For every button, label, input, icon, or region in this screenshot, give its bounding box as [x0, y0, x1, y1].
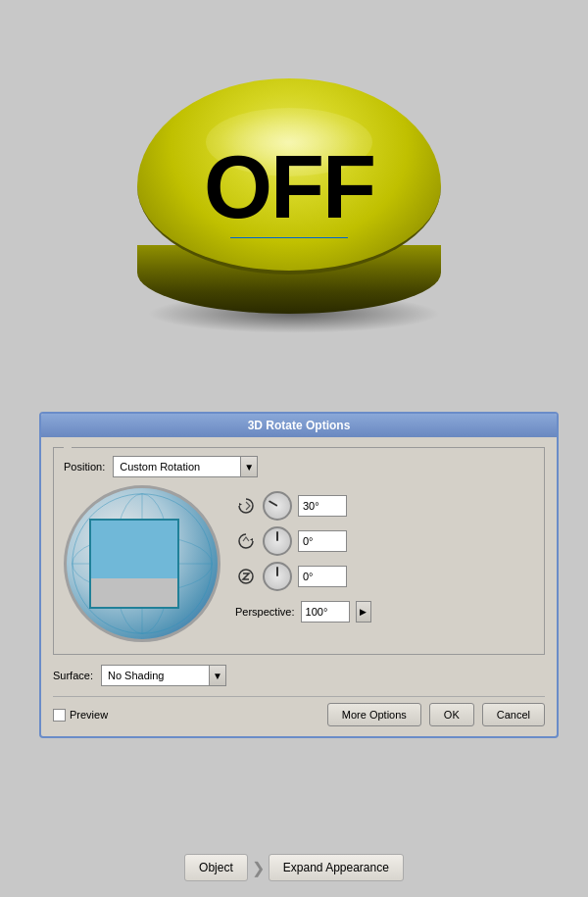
dialog-titlebar: 3D Rotate Options — [41, 414, 557, 437]
controls-area: Perspective: ▶ — [235, 485, 534, 623]
perspective-label: Perspective: — [235, 606, 295, 618]
angle-input-3[interactable] — [298, 566, 347, 587]
more-options-button[interactable]: More Options — [327, 703, 421, 726]
dial-hand-2 — [276, 531, 278, 541]
perspective-arrow[interactable]: ▶ — [356, 601, 371, 623]
position-select[interactable]: Custom Rotation ▼ — [113, 456, 258, 477]
perspective-input[interactable] — [301, 601, 350, 623]
angle-row-3 — [235, 562, 534, 591]
checkbox-area: Preview — [53, 709, 319, 722]
angle-dial-3[interactable] — [263, 562, 292, 591]
surface-select-box[interactable]: No Shading — [101, 665, 209, 686]
dial-hand-3 — [276, 567, 278, 576]
object-button[interactable]: Object — [184, 854, 248, 881]
preview-checkbox-label: Preview — [70, 709, 108, 721]
surface-select[interactable]: No Shading ▼ — [101, 665, 226, 686]
preview-checkbox[interactable] — [53, 709, 66, 722]
button-underline — [230, 237, 348, 238]
dialog-title: 3D Rotate Options — [248, 419, 351, 432]
position-row: Position: Custom Rotation ▼ — [64, 456, 534, 477]
expand-appearance-button[interactable]: Expand Appearance — [269, 854, 404, 881]
perspective-row: Perspective: ▶ — [235, 601, 534, 623]
angle-row-1 — [235, 491, 534, 521]
position-group: Position: Custom Rotation ▼ — [53, 447, 545, 655]
button-label: OFF — [127, 137, 451, 238]
dialog: 3D Rotate Options Position: Custom Rotat… — [39, 412, 559, 738]
dialog-body: Position: Custom Rotation ▼ — [41, 437, 557, 736]
bottom-row: Preview More Options OK Cancel — [53, 703, 545, 726]
angle-row-2 — [235, 526, 534, 556]
position-label: Position: — [64, 461, 105, 473]
sphere-preview — [64, 485, 220, 642]
svg-marker-6 — [250, 538, 253, 541]
breadcrumb: Object ❯ Expand Appearance — [0, 854, 588, 881]
divider — [53, 696, 545, 697]
button-3d: OFF — [127, 59, 461, 343]
ok-button[interactable]: OK — [429, 703, 474, 726]
svg-marker-5 — [239, 503, 242, 506]
rotate-y-icon — [235, 530, 257, 552]
preview-area: OFF — [0, 0, 588, 402]
surface-select-arrow[interactable]: ▼ — [209, 665, 226, 686]
angle-dial-1[interactable] — [263, 491, 292, 521]
angle-input-2[interactable] — [298, 530, 347, 552]
rotate-x-icon — [235, 495, 257, 517]
angle-dial-2[interactable] — [263, 526, 292, 556]
surface-row: Surface: No Shading ▼ — [53, 665, 545, 686]
dial-hand-1 — [269, 500, 278, 507]
sphere-inner-box-bottom — [89, 578, 179, 609]
preview-content: Perspective: ▶ — [64, 485, 534, 642]
angle-input-1[interactable] — [298, 495, 347, 517]
surface-label: Surface: — [53, 670, 93, 681]
breadcrumb-arrow-icon: ❯ — [252, 859, 265, 877]
cancel-button[interactable]: Cancel — [482, 703, 545, 726]
position-select-box[interactable]: Custom Rotation — [113, 456, 240, 477]
rotate-z-icon — [235, 566, 257, 587]
position-select-arrow[interactable]: ▼ — [240, 456, 258, 477]
